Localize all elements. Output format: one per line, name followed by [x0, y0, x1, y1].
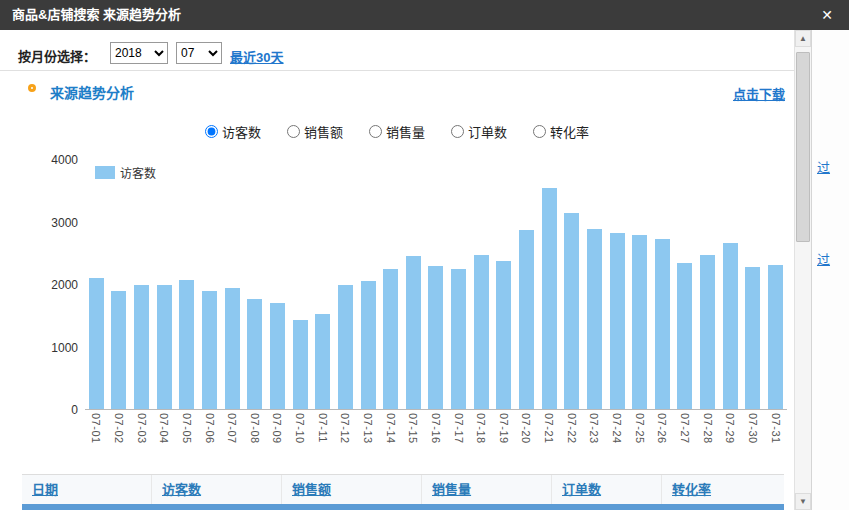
- x-tick-slot: 07-19: [493, 413, 516, 467]
- scroll-up-icon[interactable]: ▲: [795, 30, 811, 47]
- y-tick-label: 4000: [51, 153, 78, 167]
- bar-07-13: [361, 281, 376, 409]
- bar-07-17: [451, 269, 466, 409]
- bar-slot: [651, 160, 674, 409]
- x-tick-label: 07-30: [747, 413, 759, 467]
- x-tick-slot: 07-12: [334, 413, 357, 467]
- radio-sales-amount[interactable]: [287, 125, 300, 138]
- bar-slot: [266, 160, 289, 409]
- x-tick-label: 07-31: [770, 413, 782, 467]
- y-axis-labels: 01000200030004000: [0, 160, 78, 410]
- bar-slot: [696, 160, 719, 409]
- y-tick-label: 2000: [51, 278, 78, 292]
- bar-07-31: [768, 265, 783, 409]
- x-tick-slot: 07-25: [628, 413, 651, 467]
- metric-radio-group: 访客数 销售额 销售量 订单数 转化率: [0, 122, 794, 141]
- scroll-down-icon[interactable]: ▼: [795, 493, 811, 510]
- bar-07-14: [383, 269, 398, 409]
- bar-slot: [402, 160, 425, 409]
- bar-07-26: [655, 239, 670, 409]
- bar-slot: [447, 160, 470, 409]
- bar-slot: [674, 160, 697, 409]
- month-select-label: 按月份选择：: [18, 46, 96, 65]
- bar-slot: [311, 160, 334, 409]
- x-tick-label: 07-03: [136, 413, 148, 467]
- bar-slot: [425, 160, 448, 409]
- bar-07-25: [632, 235, 647, 409]
- x-tick-slot: 07-02: [108, 413, 131, 467]
- year-select[interactable]: 2018: [110, 42, 168, 64]
- y-tick-label: 0: [71, 403, 78, 417]
- bar-slot: [583, 160, 606, 409]
- x-tick-label: 07-25: [634, 413, 646, 467]
- bar-chart-plot: [85, 160, 787, 410]
- x-tick-slot: 07-16: [425, 413, 448, 467]
- column-header-visitors[interactable]: 访客数: [152, 475, 282, 505]
- x-tick-slot: 07-27: [674, 413, 697, 467]
- bar-slot: [470, 160, 493, 409]
- download-link[interactable]: 点击下载: [733, 84, 785, 103]
- x-tick-slot: 07-29: [719, 413, 742, 467]
- column-header-orders[interactable]: 订单数: [552, 475, 662, 505]
- metric-label: 访客数: [222, 122, 261, 141]
- bar-slot: [334, 160, 357, 409]
- radio-visitors[interactable]: [205, 125, 218, 138]
- x-tick-slot: 07-23: [583, 413, 606, 467]
- x-tick-label: 07-01: [90, 413, 102, 467]
- bar-07-06: [202, 291, 217, 409]
- bar-slot: [357, 160, 380, 409]
- x-tick-label: 07-27: [679, 413, 691, 467]
- column-header-conversion[interactable]: 转化率: [662, 475, 784, 505]
- clipped-link-fragment[interactable]: 过: [817, 157, 830, 176]
- x-tick-slot: 07-21: [538, 413, 561, 467]
- bar-07-21: [542, 188, 557, 409]
- bar-07-04: [157, 285, 172, 410]
- x-tick-label: 07-09: [271, 413, 283, 467]
- bar-07-03: [134, 285, 149, 410]
- month-select[interactable]: 07: [176, 42, 222, 64]
- radio-conversion[interactable]: [533, 125, 546, 138]
- x-tick-label: 07-13: [362, 413, 374, 467]
- bar-07-07: [225, 288, 240, 409]
- divider: [0, 70, 794, 71]
- close-icon[interactable]: ✕: [821, 0, 833, 30]
- metric-option-sales-amount[interactable]: 销售额: [287, 122, 343, 141]
- vertical-scrollbar[interactable]: ▲ ▼: [794, 30, 811, 510]
- bar-series: [85, 160, 787, 409]
- radio-sales-volume[interactable]: [369, 125, 382, 138]
- metric-option-orders[interactable]: 订单数: [451, 122, 507, 141]
- radio-orders[interactable]: [451, 125, 464, 138]
- metric-option-conversion[interactable]: 转化率: [533, 122, 589, 141]
- recent-30-days-link[interactable]: 最近30天: [230, 47, 283, 66]
- metric-label: 转化率: [550, 122, 589, 141]
- y-tick-label: 3000: [51, 216, 78, 230]
- column-header-date[interactable]: 日期: [22, 475, 152, 505]
- x-tick-slot: 07-14: [379, 413, 402, 467]
- bar-slot: [628, 160, 651, 409]
- column-header-sales-amount[interactable]: 销售额: [282, 475, 422, 505]
- bar-slot: [198, 160, 221, 409]
- x-tick-slot: 07-10: [289, 413, 312, 467]
- metric-option-sales-volume[interactable]: 销售量: [369, 122, 425, 141]
- metric-option-visitors[interactable]: 访客数: [205, 122, 261, 141]
- bar-07-12: [338, 285, 353, 409]
- x-tick-label: 07-06: [204, 413, 216, 467]
- x-tick-label: 07-29: [724, 413, 736, 467]
- clipped-link-fragment[interactable]: 过: [817, 249, 830, 268]
- x-tick-slot: 07-15: [402, 413, 425, 467]
- bar-slot: [130, 160, 153, 409]
- x-tick-slot: 07-24: [606, 413, 629, 467]
- x-tick-slot: 07-07: [221, 413, 244, 467]
- bar-slot: [108, 160, 131, 409]
- bar-07-05: [179, 280, 194, 409]
- bar-07-29: [723, 243, 738, 409]
- x-tick-label: 07-11: [317, 413, 329, 467]
- bar-07-24: [610, 233, 625, 409]
- bar-07-19: [496, 261, 511, 409]
- scrollbar-thumb[interactable]: [796, 52, 810, 242]
- bar-slot: [515, 160, 538, 409]
- x-tick-label: 07-05: [181, 413, 193, 467]
- bar-07-15: [406, 256, 421, 409]
- column-header-sales-volume[interactable]: 销售量: [422, 475, 552, 505]
- x-tick-slot: 07-04: [153, 413, 176, 467]
